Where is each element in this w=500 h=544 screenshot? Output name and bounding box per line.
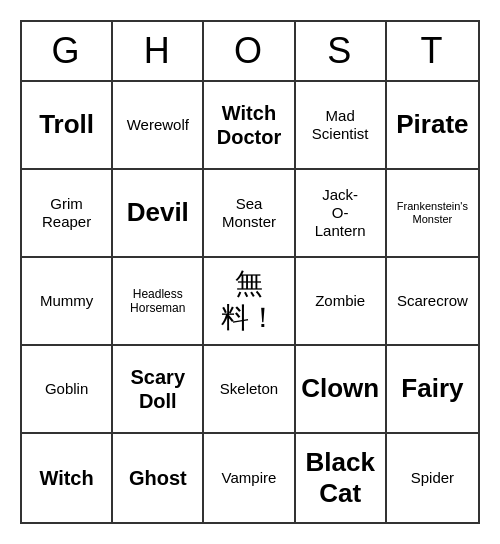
bingo-cell[interactable]: HeadlessHorseman — [113, 258, 204, 346]
bingo-cell[interactable]: Goblin — [22, 346, 113, 434]
header-letter: S — [296, 22, 387, 80]
bingo-cell[interactable]: Jack-O-Lantern — [296, 170, 387, 258]
bingo-cell[interactable]: Vampire — [204, 434, 295, 522]
bingo-card: GHOST TrollWerewolfWitchDoctorMadScienti… — [20, 20, 480, 524]
header-letter: G — [22, 22, 113, 80]
bingo-cell[interactable]: BlackCat — [296, 434, 387, 522]
header-letter: T — [387, 22, 478, 80]
bingo-cell[interactable]: Pirate — [387, 82, 478, 170]
bingo-cell[interactable]: MadScientist — [296, 82, 387, 170]
bingo-cell[interactable]: GrimReaper — [22, 170, 113, 258]
bingo-grid: TrollWerewolfWitchDoctorMadScientistPira… — [22, 82, 478, 522]
bingo-cell[interactable]: Devil — [113, 170, 204, 258]
bingo-cell[interactable]: Troll — [22, 82, 113, 170]
bingo-cell[interactable]: SeaMonster — [204, 170, 295, 258]
bingo-cell[interactable]: Clown — [296, 346, 387, 434]
bingo-cell[interactable]: Spider — [387, 434, 478, 522]
bingo-cell[interactable]: Frankenstein'sMonster — [387, 170, 478, 258]
bingo-cell[interactable]: Mummy — [22, 258, 113, 346]
bingo-cell[interactable]: Scarecrow — [387, 258, 478, 346]
bingo-cell[interactable]: Skeleton — [204, 346, 295, 434]
bingo-cell[interactable]: Witch — [22, 434, 113, 522]
bingo-cell[interactable]: Fairy — [387, 346, 478, 434]
header-letter: H — [113, 22, 204, 80]
header-letter: O — [204, 22, 295, 80]
bingo-cell[interactable]: 無料！ — [204, 258, 295, 346]
bingo-cell[interactable]: Werewolf — [113, 82, 204, 170]
bingo-cell[interactable]: Zombie — [296, 258, 387, 346]
bingo-cell[interactable]: WitchDoctor — [204, 82, 295, 170]
bingo-cell[interactable]: ScaryDoll — [113, 346, 204, 434]
bingo-header: GHOST — [22, 22, 478, 82]
bingo-cell[interactable]: Ghost — [113, 434, 204, 522]
